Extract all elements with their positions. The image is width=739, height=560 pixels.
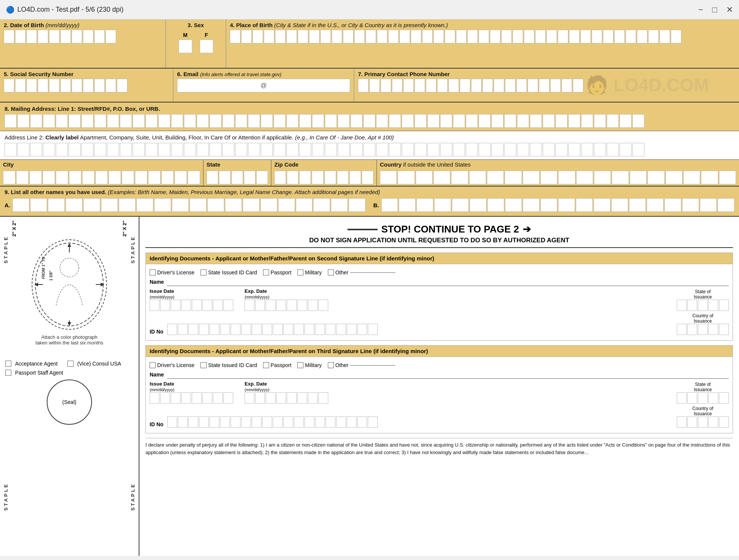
addr1-c35[interactable] [440, 114, 452, 128]
ci2-d4[interactable] [708, 416, 718, 428]
country-c3[interactable] [416, 171, 433, 184]
exp2-d7[interactable] [308, 392, 318, 404]
city-c11[interactable] [135, 171, 147, 184]
addr2-c12[interactable] [145, 143, 158, 156]
addr2-c46[interactable] [581, 143, 593, 156]
exp-date-cells-1[interactable] [245, 300, 328, 311]
dob-cell-4[interactable] [38, 30, 48, 43]
zip-c2[interactable] [287, 171, 298, 184]
addr2-c16[interactable] [197, 143, 209, 156]
exp-date-cells-2[interactable] [245, 392, 328, 404]
addr2-c50[interactable] [632, 143, 644, 156]
addr1-c13[interactable] [158, 114, 170, 128]
addr1-c12[interactable] [145, 114, 158, 128]
country-c9[interactable] [523, 171, 540, 184]
pob-c7[interactable] [298, 30, 308, 43]
city-c15[interactable] [188, 171, 200, 184]
country-c16[interactable] [647, 171, 664, 184]
addr2-c37[interactable] [466, 143, 478, 156]
id2-c1[interactable] [167, 416, 177, 428]
id-c5[interactable] [210, 324, 219, 335]
city-c12[interactable] [148, 171, 161, 184]
on-b-c4[interactable] [434, 198, 451, 212]
addr1-c28[interactable] [350, 114, 363, 128]
addr1-c2[interactable] [17, 114, 29, 128]
addr1-c20[interactable] [248, 114, 260, 128]
id-c4[interactable] [199, 324, 209, 335]
addr2-c3[interactable] [30, 143, 42, 156]
addr2-c28[interactable] [350, 143, 363, 156]
pob-c27[interactable] [524, 30, 534, 43]
addr1-c25[interactable] [312, 114, 324, 128]
pob-c16[interactable] [399, 30, 410, 43]
passport-cb-2[interactable] [263, 362, 269, 368]
other-cb-2[interactable] [328, 362, 334, 368]
exp2-d2[interactable] [255, 392, 265, 404]
issue-d1[interactable] [150, 300, 159, 311]
addr1-c23[interactable] [286, 114, 298, 128]
addr1-c11[interactable] [133, 114, 145, 128]
other-input-1[interactable] [350, 272, 395, 273]
pob-c18[interactable] [422, 30, 433, 43]
country-issuance-cells-1[interactable] [677, 324, 729, 335]
pob-c3[interactable] [252, 30, 263, 43]
state-issuance-cells-2[interactable] [677, 392, 729, 404]
addr1-c22[interactable] [274, 114, 286, 128]
addr1-c10[interactable] [120, 114, 132, 128]
addr2-c49[interactable] [620, 143, 632, 156]
state-c4[interactable] [244, 171, 256, 184]
dob-cell-2[interactable] [15, 30, 26, 43]
addr2-c29[interactable] [363, 143, 375, 156]
pob-c6[interactable] [286, 30, 297, 43]
maximize-button[interactable]: □ [712, 5, 717, 15]
addr1-c5[interactable] [56, 114, 68, 128]
id2-c8[interactable] [241, 416, 251, 428]
dob-input-boxes[interactable] [4, 30, 162, 43]
on-b-c19[interactable] [700, 198, 717, 212]
addr1-c41[interactable] [517, 114, 529, 128]
on-b-c15[interactable] [629, 198, 646, 212]
other-input-2[interactable] [350, 365, 395, 366]
country-c8[interactable] [505, 171, 522, 184]
addr1-c34[interactable] [427, 114, 439, 128]
on-a-c14[interactable] [243, 198, 260, 212]
passport-checkbox-1[interactable]: Passport [263, 269, 291, 275]
addr1-c16[interactable] [197, 114, 209, 128]
pob-c35[interactable] [614, 30, 625, 43]
addr2-c5[interactable] [56, 143, 68, 156]
addr2-c9[interactable] [107, 143, 119, 156]
id2-c10[interactable] [262, 416, 272, 428]
si2-d4[interactable] [708, 392, 718, 404]
addr2-c6[interactable] [69, 143, 81, 156]
pob-c31[interactable] [569, 30, 580, 43]
id2-c20[interactable] [368, 416, 378, 428]
dob-cell-5[interactable] [49, 30, 60, 43]
state-c1[interactable] [207, 171, 218, 184]
id-c15[interactable] [315, 324, 325, 335]
on-b-c6[interactable] [470, 198, 487, 212]
id-c11[interactable] [273, 324, 283, 335]
phone-c2[interactable] [369, 79, 380, 92]
dob-cell-7[interactable] [72, 30, 82, 43]
issue2-d5[interactable] [192, 392, 202, 404]
on-a-c13[interactable] [225, 198, 242, 212]
pob-c9[interactable] [320, 30, 331, 43]
zip-c3[interactable] [299, 171, 311, 184]
city-c3[interactable] [29, 171, 42, 184]
passport-checkbox-2[interactable]: Passport [263, 362, 291, 368]
addr2-c8[interactable] [94, 143, 106, 156]
on-a-c12[interactable] [207, 198, 224, 212]
si-d1[interactable] [677, 300, 687, 311]
addr2-c39[interactable] [491, 143, 503, 156]
addr1-c36[interactable] [453, 114, 465, 128]
on-a-c7[interactable] [119, 198, 136, 212]
addr2-c35[interactable] [440, 143, 452, 156]
id-c9[interactable] [252, 324, 262, 335]
on-a-c18[interactable] [313, 198, 330, 212]
on-a-c20[interactable] [349, 198, 366, 212]
city-c9[interactable] [109, 171, 121, 184]
state-id-checkbox-2[interactable]: State Issued ID Card [200, 362, 257, 368]
addr2-c48[interactable] [607, 143, 619, 156]
on-b-c11[interactable] [558, 198, 575, 212]
addr1-c27[interactable] [338, 114, 350, 128]
